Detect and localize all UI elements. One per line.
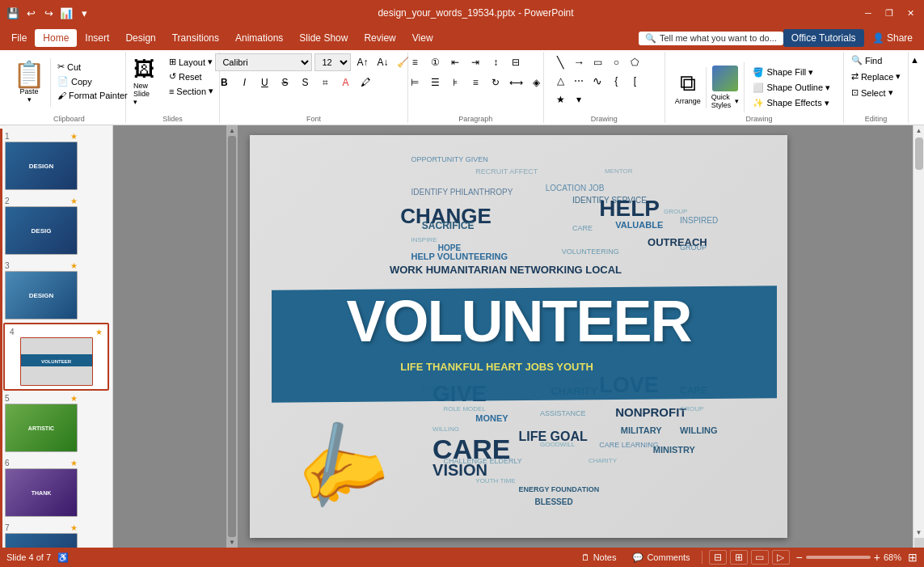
normal-view-button[interactable]: ⊟ xyxy=(709,550,727,565)
font-name-select[interactable]: Calibri xyxy=(215,53,312,71)
font-shrink-button[interactable]: A↓ xyxy=(373,53,391,71)
menu-slideshow[interactable]: Slide Show xyxy=(291,29,356,47)
align-left-button[interactable]: ⊨ xyxy=(406,74,424,91)
vscroll-corner[interactable] xyxy=(914,538,924,548)
shape-curve[interactable]: ∿ xyxy=(589,72,606,90)
redo-icon[interactable]: ↪ xyxy=(42,6,55,19)
cut-button[interactable]: ✂ Cut xyxy=(54,60,131,74)
reset-button[interactable]: ↺ Reset xyxy=(166,70,217,83)
highlight-button[interactable]: 🖍 xyxy=(357,74,374,91)
arrange-button[interactable]: Arrange xyxy=(675,97,701,105)
new-slide-button[interactable]: 🖼 NewSlide ▾ xyxy=(127,53,161,109)
format-painter-button[interactable]: 🖌 Format Painter xyxy=(54,89,131,102)
line-spacing-button[interactable]: ↕ xyxy=(487,53,504,71)
slide-item-1[interactable]: 1 ★ DESIGN xyxy=(0,129,112,193)
shape-circle[interactable]: ○ xyxy=(607,53,625,71)
char-spacing-button[interactable]: ⌗ xyxy=(316,74,334,91)
align-right-button[interactable]: ⊧ xyxy=(446,74,464,91)
decrease-indent-button[interactable]: ⇤ xyxy=(446,53,464,71)
paste-button[interactable]: 📋 Paste ▾ xyxy=(8,58,51,107)
slide-item-3[interactable]: 3 ★ DESIGN xyxy=(0,258,112,323)
zoom-slider[interactable] xyxy=(806,556,871,559)
underline-button[interactable]: U xyxy=(255,74,273,91)
comments-button[interactable]: 💬 Comments xyxy=(627,551,694,565)
arrange-icon: ⧉ xyxy=(680,70,696,97)
minimize-button[interactable]: ─ xyxy=(861,6,875,20)
text-direction-button[interactable]: ↻ xyxy=(487,74,504,91)
align-center-button[interactable]: ☰ xyxy=(426,74,444,91)
text-shadow-button[interactable]: S xyxy=(296,74,314,91)
bullets-button[interactable]: ≡ xyxy=(406,53,424,71)
ribbon-collapse-button[interactable]: ▲ xyxy=(909,52,921,123)
font-size-select[interactable]: 12 xyxy=(314,53,351,71)
find-button[interactable]: 🔍 Find xyxy=(848,53,885,67)
copy-button[interactable]: 📄 Copy xyxy=(54,74,131,88)
office-tutorials-button[interactable]: Office Tutorials xyxy=(783,29,864,47)
columns-button[interactable]: ⊟ xyxy=(507,53,525,71)
shape-outline-button[interactable]: ⬜ Shape Outline ▾ xyxy=(749,81,833,95)
shape-rect[interactable]: ▭ xyxy=(589,53,606,71)
close-button[interactable]: ✕ xyxy=(903,6,918,20)
numbering-button[interactable]: ① xyxy=(426,53,444,71)
replace-button[interactable]: ⇄ Replace ▾ xyxy=(848,70,904,83)
slide-item-4[interactable]: 4 ★ VOLUNTEER xyxy=(3,323,109,391)
shape-pentagon[interactable]: ⬠ xyxy=(626,53,643,71)
canvas-area[interactable]: ▲ ▼ OPPORTUNITY GIVEN RECRUIT AFFECT LOC… xyxy=(113,125,924,548)
zoom-out-button[interactable]: − xyxy=(796,551,803,564)
search-area[interactable]: 🔍 Tell me what you want to do... xyxy=(639,32,783,45)
menu-view[interactable]: View xyxy=(404,29,441,47)
layout-button[interactable]: ⊞ Layout ▾ xyxy=(166,55,217,69)
menu-insert[interactable]: Insert xyxy=(77,29,117,47)
shape-fill-button[interactable]: 🪣 Shape Fill ▾ xyxy=(749,66,833,79)
more-icon[interactable]: ▾ xyxy=(78,6,91,19)
slide-item-6[interactable]: 6 ★ THANK xyxy=(0,455,112,520)
share-button[interactable]: 👤 Share xyxy=(864,29,921,47)
shape-effects-button[interactable]: ✨ Shape Effects ▾ xyxy=(749,96,833,110)
shape-arrow[interactable]: → xyxy=(570,53,588,71)
slide-item-7[interactable]: 7 ★ xyxy=(0,520,112,548)
slide-sorter-button[interactable]: ⊞ xyxy=(730,550,748,565)
font-grow-button[interactable]: A↑ xyxy=(353,53,371,71)
justify-button[interactable]: ≡ xyxy=(466,74,484,91)
reading-view-button[interactable]: ▭ xyxy=(751,550,769,565)
quick-styles-button[interactable]: Quick Styles ▾ xyxy=(711,93,740,109)
menu-animations[interactable]: Animations xyxy=(227,29,291,47)
vscroll-thumb[interactable] xyxy=(915,138,923,170)
presenter-icon[interactable]: 📊 xyxy=(60,6,73,19)
v-scroll-up[interactable]: ▲ xyxy=(229,127,235,134)
select-button[interactable]: ⊡ Select ▾ xyxy=(848,86,897,99)
section-button[interactable]: ≡ Section ▾ xyxy=(166,84,217,98)
restore-button[interactable]: ❐ xyxy=(882,6,897,20)
shape-tri[interactable]: △ xyxy=(551,72,569,90)
slide-show-button[interactable]: ▷ xyxy=(772,550,790,565)
slide-item-2[interactable]: 2 ★ DESIG xyxy=(0,193,112,258)
notes-button[interactable]: 🗒 Notes xyxy=(576,551,622,564)
shape-bracket[interactable]: [ xyxy=(626,72,643,90)
shape-star[interactable]: ★ xyxy=(551,91,569,108)
menu-design[interactable]: Design xyxy=(117,29,163,47)
vscroll-up-button[interactable]: ▲ xyxy=(914,125,924,136)
bold-button[interactable]: B xyxy=(215,74,233,91)
menu-review[interactable]: Review xyxy=(356,29,403,47)
slide-item-5[interactable]: 5 ★ ARTISTIC xyxy=(0,391,112,455)
undo-icon[interactable]: ↩ xyxy=(24,6,37,19)
zoom-in-button[interactable]: + xyxy=(874,551,880,564)
shape-line[interactable]: ╲ xyxy=(551,53,569,71)
menu-file[interactable]: File xyxy=(3,29,35,47)
v-scroll-thumb-left[interactable] xyxy=(228,136,236,537)
shape-brace[interactable]: { xyxy=(607,72,625,90)
increase-indent-button[interactable]: ⇥ xyxy=(466,53,484,71)
save-icon[interactable]: 💾 xyxy=(6,6,19,19)
fit-window-button[interactable]: ⊞ xyxy=(908,551,918,564)
smartart-button[interactable]: ◈ xyxy=(527,74,545,91)
shape-more[interactable]: ⋯ xyxy=(570,72,588,90)
convert-button[interactable]: ⟷ xyxy=(507,74,525,91)
font-color-button[interactable]: A xyxy=(336,74,354,91)
shape-expand[interactable]: ▾ xyxy=(570,91,588,108)
menu-transitions[interactable]: Transitions xyxy=(164,29,227,47)
strikethrough-button[interactable]: S xyxy=(276,74,293,91)
italic-button[interactable]: I xyxy=(235,74,253,91)
vscroll-down-button[interactable]: ▼ xyxy=(914,527,924,538)
v-scroll-down[interactable]: ▼ xyxy=(229,539,235,546)
menu-home[interactable]: Home xyxy=(35,29,77,47)
